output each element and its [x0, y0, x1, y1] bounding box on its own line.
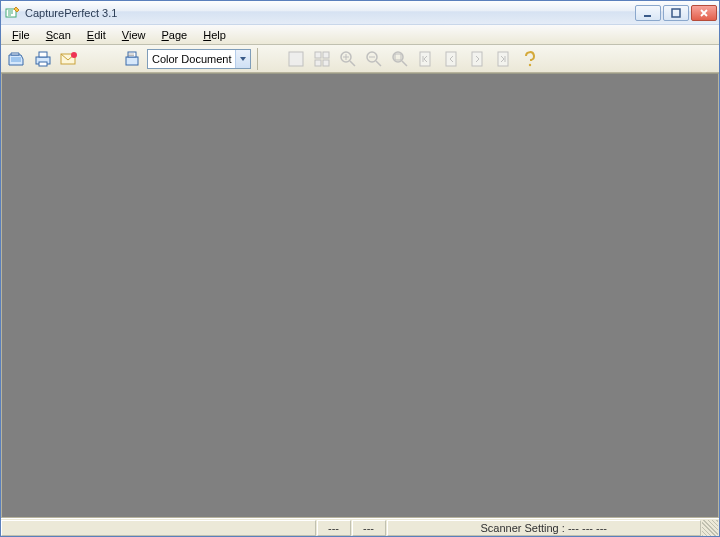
view-grid-button[interactable]: [310, 47, 334, 71]
dropdown-value: Color Document: [152, 53, 235, 65]
zoom-out-button[interactable]: [362, 47, 386, 71]
page-prev-button[interactable]: [440, 47, 464, 71]
svg-point-8: [71, 52, 77, 58]
svg-rect-15: [323, 60, 329, 66]
svg-rect-12: [315, 52, 321, 58]
menu-scan[interactable]: Scan: [39, 27, 78, 43]
menu-help[interactable]: Help: [196, 27, 233, 43]
scan-settings-button[interactable]: [121, 47, 145, 71]
svg-rect-20: [420, 52, 430, 66]
menu-view[interactable]: View: [115, 27, 153, 43]
chevron-down-icon: [235, 50, 250, 68]
app-icon: [5, 5, 21, 21]
window-title: CapturePerfect 3.1: [25, 7, 635, 19]
svg-rect-5: [39, 52, 47, 57]
print-button[interactable]: [31, 47, 55, 71]
resize-grip[interactable]: [702, 520, 718, 536]
svg-rect-23: [498, 52, 508, 66]
svg-rect-19: [395, 54, 401, 60]
svg-point-24: [529, 63, 531, 65]
status-scanner: Scanner Setting : --- --- ---: [387, 520, 702, 536]
svg-rect-3: [11, 57, 21, 62]
svg-rect-2: [672, 9, 680, 17]
page-last-button[interactable]: [492, 47, 516, 71]
menubar: File Scan Edit View Page Help: [1, 25, 719, 45]
status-field-1: ---: [317, 520, 351, 536]
statusbar: --- --- Scanner Setting : --- --- ---: [1, 518, 719, 536]
svg-rect-11: [289, 52, 303, 66]
color-mode-dropdown[interactable]: Color Document: [147, 49, 251, 69]
page-next-button[interactable]: [466, 47, 490, 71]
svg-rect-9: [126, 57, 138, 65]
close-button[interactable]: [691, 5, 717, 21]
titlebar: CapturePerfect 3.1: [1, 1, 719, 25]
zoom-fit-button[interactable]: [388, 47, 412, 71]
zoom-in-button[interactable]: [336, 47, 360, 71]
menu-edit[interactable]: Edit: [80, 27, 113, 43]
svg-rect-22: [472, 52, 482, 66]
svg-rect-14: [315, 60, 321, 66]
view-single-button[interactable]: [284, 47, 308, 71]
scan-button[interactable]: [5, 47, 29, 71]
status-message: [1, 520, 316, 536]
help-button[interactable]: [518, 47, 542, 71]
page-first-button[interactable]: [414, 47, 438, 71]
svg-rect-10: [128, 52, 136, 57]
svg-rect-21: [446, 52, 456, 66]
menu-page[interactable]: Page: [154, 27, 194, 43]
maximize-button[interactable]: [663, 5, 689, 21]
menu-file[interactable]: File: [5, 27, 37, 43]
status-field-2: ---: [352, 520, 386, 536]
svg-rect-6: [39, 62, 47, 66]
svg-rect-13: [323, 52, 329, 58]
svg-rect-1: [644, 15, 651, 17]
window-controls: [635, 5, 717, 21]
app-window: CapturePerfect 3.1 File Scan Edit View P…: [0, 0, 720, 537]
minimize-button[interactable]: [635, 5, 661, 21]
mail-button[interactable]: [57, 47, 81, 71]
workspace: [1, 73, 719, 518]
toolbar-separator: [257, 48, 258, 70]
toolbar: Color Document: [1, 45, 719, 73]
